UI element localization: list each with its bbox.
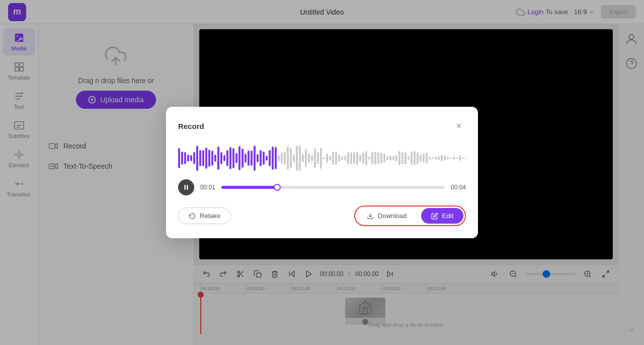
waveform-bar	[217, 147, 219, 169]
record-modal: Record × 00:01 00:04 Retake	[166, 107, 478, 238]
waveform-bar	[383, 154, 385, 163]
waveform-bar	[408, 156, 410, 161]
waveform-bar	[444, 156, 446, 161]
waveform-bar	[401, 152, 404, 164]
svg-rect-41	[187, 185, 188, 189]
retake-button[interactable]: Retake	[178, 208, 231, 224]
waveform-bar	[181, 152, 183, 165]
waveform-bar	[290, 148, 292, 169]
pause-icon	[183, 184, 190, 191]
download-icon	[367, 213, 374, 220]
waveform-bar	[405, 152, 407, 164]
waveform-bar	[353, 152, 355, 165]
waveform-bar	[205, 148, 207, 168]
waveform-bar	[398, 151, 400, 165]
waveform-bar	[248, 151, 250, 166]
waveform-bar	[220, 152, 222, 164]
waveform-bar	[232, 148, 234, 169]
modal-overlay: Record × 00:01 00:04 Retake	[0, 0, 644, 345]
waveform-bar	[178, 148, 180, 169]
waveform-bar	[242, 149, 244, 168]
waveform-bar	[214, 155, 216, 162]
waveform-bar	[350, 152, 352, 164]
waveform-bar	[423, 154, 425, 162]
waveform-bar	[344, 156, 346, 161]
waveform-bar	[281, 153, 283, 164]
waveform-bar	[429, 157, 431, 160]
waveform-bar	[380, 153, 382, 164]
waveform-bar	[438, 156, 440, 160]
modal-footer: Retake Download Edit	[178, 205, 466, 226]
waveform-bar	[447, 157, 449, 160]
edit-button[interactable]: Edit	[421, 208, 463, 224]
waveform-bar	[229, 147, 231, 169]
waveform-bar	[459, 156, 461, 161]
waveform-bar	[368, 157, 370, 160]
waveform-bar	[266, 156, 268, 161]
waveform-bar	[389, 156, 391, 161]
waveform-bar	[272, 147, 274, 170]
waveform-bar	[414, 151, 416, 165]
waveform-bar	[311, 155, 313, 162]
waveform-bar	[199, 150, 201, 166]
waveform-bar	[226, 150, 228, 166]
waveform-bar	[374, 152, 376, 165]
waveform-bar	[269, 150, 271, 166]
progress-handle[interactable]	[274, 184, 281, 191]
waveform-bar	[323, 157, 325, 159]
waveform-bar	[426, 153, 428, 164]
waveform-bar	[284, 152, 286, 165]
progress-fill	[221, 186, 277, 189]
waveform-bar	[356, 152, 358, 165]
waveform-bar	[257, 154, 259, 162]
waveform-bar	[462, 157, 464, 160]
waveform-bar	[208, 150, 210, 167]
retake-icon	[189, 213, 196, 220]
progress-row: 00:01 00:04	[178, 179, 466, 195]
waveform-bar	[245, 154, 247, 163]
waveform-bar	[254, 146, 256, 171]
waveform-bar	[453, 157, 455, 160]
waveform-bar	[359, 155, 361, 162]
waveform-bar	[392, 156, 394, 160]
waveform-bar	[335, 152, 337, 164]
progress-bar[interactable]	[221, 186, 445, 189]
modal-title: Record	[178, 122, 204, 130]
action-buttons-group: Download Edit	[354, 205, 466, 226]
waveform-bar	[395, 155, 397, 161]
waveform-bars	[178, 143, 466, 173]
waveform-bar	[417, 152, 419, 164]
waveform-bar	[223, 155, 225, 161]
waveform-bar	[420, 155, 422, 161]
waveform-bar	[308, 154, 310, 163]
waveform-bar	[193, 152, 195, 165]
download-button[interactable]: Download	[357, 208, 417, 224]
waveform-bar	[260, 150, 262, 166]
waveform-bar	[202, 150, 204, 166]
waveform-bar	[278, 155, 280, 161]
waveform-bar	[211, 151, 213, 166]
waveform-bar	[341, 156, 343, 160]
modal-close-button[interactable]: ×	[452, 119, 466, 133]
waveform-bar	[305, 149, 307, 167]
waveform-bar	[332, 152, 334, 165]
pause-button[interactable]	[178, 179, 194, 195]
waveform-bar	[302, 154, 304, 163]
waveform-bar	[296, 146, 298, 171]
waveform-bar	[435, 157, 437, 160]
waveform-bar	[371, 152, 373, 165]
waveform-bar	[347, 152, 349, 164]
waveform-bar	[326, 154, 328, 163]
waveform-bar	[251, 151, 253, 166]
time-end: 00:04	[451, 184, 466, 191]
waveform-bar	[238, 146, 240, 171]
waveform-bar	[317, 152, 319, 164]
waveform-container	[178, 143, 466, 173]
waveform-bar	[235, 153, 237, 163]
waveform-bar	[329, 156, 331, 161]
waveform-bar	[377, 152, 379, 164]
waveform-bar	[299, 146, 301, 171]
waveform-bar	[365, 151, 367, 165]
modal-header: Record ×	[178, 119, 466, 133]
waveform-bar	[314, 149, 316, 168]
